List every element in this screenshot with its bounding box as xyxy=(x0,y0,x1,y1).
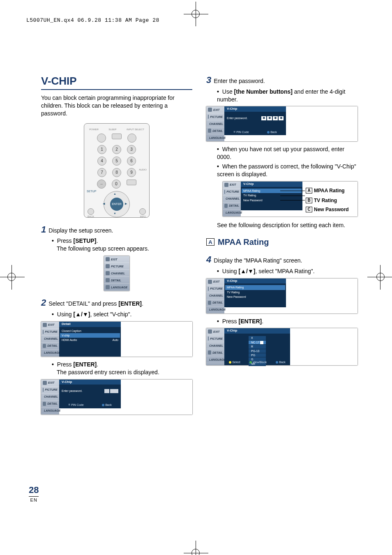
remote-key-5: 5 xyxy=(112,157,121,166)
osd-tab-channel: CHANNEL xyxy=(111,272,125,275)
osd-enter-password: Enter password. xyxy=(62,389,83,393)
step-2: 2 Select "DETAIL" and press [ENTER]. xyxy=(41,297,192,309)
crop-mark-right xyxy=(380,265,392,290)
step-2-bullet2: • Press [ENTER]. xyxy=(52,361,192,368)
pin-icon: ⠿ xyxy=(68,403,70,406)
step-number: 1 xyxy=(41,223,46,236)
osd-tab-detail: DETAIL xyxy=(111,279,121,282)
step-1-bullet-post: . xyxy=(96,237,98,244)
remote-left-icon: ◀ xyxy=(103,202,105,205)
remote-power-label: POWER xyxy=(89,128,99,131)
osd-tab-language: LANGUAGE xyxy=(111,286,127,289)
crop-mark-left xyxy=(0,265,12,290)
remote-key-3: 3 xyxy=(127,145,136,154)
remote-diagram: POWER SLEEP INPUT SELECT 1 2 3 4 5 6 7 8… xyxy=(84,123,150,218)
step-1-sub: The following setup screen appears. xyxy=(57,245,192,253)
step-text: Select "DETAIL" and press [ENTER]. xyxy=(48,300,143,308)
step-4: 4 Display the "MPAA Rating" screen. xyxy=(206,253,357,266)
page-number: 28 EN xyxy=(29,485,39,502)
remote-up-icon: ▲ xyxy=(113,192,116,196)
step-text: Enter the password. xyxy=(214,77,265,85)
step-3-bullet: • Use [the Number buttons] and enter the… xyxy=(217,88,357,104)
remote-info-button xyxy=(139,208,146,215)
osd-mpaa-ratings: EXIT PICTURE CHANNEL DETAIL LANGUAGE V-C… xyxy=(206,328,357,365)
right-column: 3 Enter the password. • Use [the Number … xyxy=(206,74,357,415)
crop-mark-bottom xyxy=(184,541,208,555)
remote-key-6: 6 xyxy=(127,157,136,166)
step-number: 3 xyxy=(206,74,211,86)
remote-audio-label: AUDIO xyxy=(139,168,147,171)
remote-setup-label: SETUP xyxy=(87,189,96,193)
step-text: Display the setup screen. xyxy=(48,227,113,235)
step-1-bullet-bold: [SETUP] xyxy=(73,237,96,244)
section-heading: V-CHIP xyxy=(41,74,192,90)
remote-key-7: 7 xyxy=(97,168,106,177)
osd-setup-screen: EXIT PICTURE CHANNEL DETAIL LANGUAGE xyxy=(104,256,129,291)
remote-down-icon: ▼ xyxy=(113,212,116,215)
remote-key-4: 4 xyxy=(97,157,106,166)
vchip-callout-block: EXIT PICTURE CHANNEL DETAIL LANGUAGE V-C… xyxy=(223,182,357,216)
osd-title: Detail xyxy=(59,322,121,327)
step-4-bullet: • Using [▲/▼], select "MPAA Rating". xyxy=(217,267,357,275)
remote-back-button xyxy=(88,208,94,215)
intro-text: You can block certain programming inappr… xyxy=(41,94,192,117)
remote-back-label: BACK xyxy=(88,215,94,218)
step-number: 2 xyxy=(41,297,46,309)
step-1: 1 Display the setup screen. xyxy=(41,223,192,236)
crop-mark-top xyxy=(184,4,208,29)
step-3: 3 Enter the password. xyxy=(206,74,357,86)
step-3-note1: • When you have not set up your password… xyxy=(217,145,357,161)
osd-tab-picture: PICTURE xyxy=(111,265,124,268)
remote-info-label: INFO xyxy=(140,215,146,218)
step-4-bullet2: • Press [ENTER]. xyxy=(217,318,357,325)
remote-right-icon: ▶ xyxy=(125,202,127,205)
step-3-desc: See the following description for settin… xyxy=(217,221,357,229)
step-2-bullet: • Using [▲/▼], select "V-chip". xyxy=(52,311,192,318)
callout-B: BTV Rating xyxy=(306,197,337,204)
osd-vchip-select: EXIT PICTURE CHANNEL DETAIL LANGUAGE V-C… xyxy=(206,279,357,313)
print-header: L5007UH_EN.qx4 06.9.28 11:38 AM Page 28 xyxy=(26,17,159,23)
step-1-bullet: • Press [SETUP]. xyxy=(52,237,192,245)
remote-sleep-label: SLEEP xyxy=(108,128,116,131)
remote-dash: – xyxy=(97,180,106,189)
remote-key-0: 0 xyxy=(112,180,121,189)
step-2-sub2: The password entry screen is displayed. xyxy=(57,368,192,376)
callout-A: AMPAA Rating xyxy=(306,187,345,194)
callout-C: CNew Password xyxy=(306,206,349,213)
remote-key-2: 2 xyxy=(112,145,121,154)
osd-password-filled: EXIT PICTURE CHANNEL DETAIL LANGUAGE V-C… xyxy=(206,106,357,141)
osd-password-screen: EXIT PICTURE CHANNEL DETAIL LANGUAGE V-C… xyxy=(41,380,192,415)
osd-tab-exit: EXIT xyxy=(111,258,118,261)
osd-detail-screen: EXIT PICTURE CHANNEL DETAIL LANGUAGE Det… xyxy=(41,322,192,357)
remote-input-label: INPUT SELECT xyxy=(127,128,144,131)
remote-enter-button: ENTER xyxy=(110,198,123,211)
step-3-note2: • When the password is correct, the foll… xyxy=(217,163,357,178)
remote-key-9: 9 xyxy=(127,168,136,177)
left-column: V-CHIP You can block certain programming… xyxy=(41,74,192,415)
remote-nav-pad: ▲ ▼ ◀ ▶ ENTER xyxy=(100,193,133,216)
password-stars: ✱ ✱ ✱ ✱ xyxy=(261,116,284,120)
mpaa-heading: A MPAA Rating xyxy=(206,237,357,248)
remote-key-8: 8 xyxy=(112,168,121,177)
step-1-bullet-pre: Press xyxy=(57,237,74,244)
remote-key-1: 1 xyxy=(97,145,106,154)
